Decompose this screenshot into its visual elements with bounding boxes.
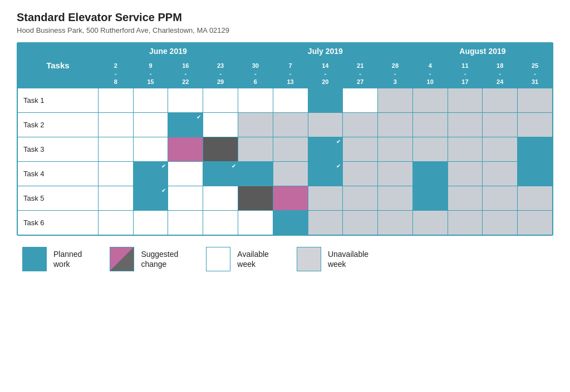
week-header: 2-8 [98,59,133,88]
cell [518,112,553,137]
cell [98,88,133,112]
table-row: Task 3✔ [18,137,553,161]
week-header: 7-13 [273,59,308,88]
task-label-6: Task 6 [18,210,99,235]
legend-box-suggested [110,247,134,271]
cell [238,137,273,161]
cell [378,88,413,112]
cell [238,88,273,112]
legend-label-available: Availableweek [237,249,269,269]
cell [203,210,238,235]
cell [448,112,483,137]
cell [378,112,413,137]
task-label-5: Task 5 [18,186,99,210]
week-header: 18-24 [483,59,518,88]
cell [98,186,133,210]
cell [483,88,518,112]
tasks-header: Tasks [18,43,99,88]
cell: ✔ [308,137,343,161]
cell: ✔ [133,161,168,186]
legend-box-unavailable [297,247,321,271]
cell [273,88,308,112]
cell [343,112,378,137]
week-header: 11-17 [448,59,483,88]
table-row: Task 5✔ [18,186,553,210]
cell [133,112,168,137]
cell [518,210,553,235]
week-header: 25-31 [518,59,553,88]
cell [518,161,553,186]
cell [412,186,448,210]
week-header: 4-10 [412,59,448,88]
task-label-2: Task 2 [18,112,99,137]
cell [343,88,378,112]
cell [168,210,203,235]
cell [98,137,133,161]
cell [378,186,413,210]
cell: ✔ [168,112,203,137]
cell [448,161,483,186]
legend: Plannedwork Suggestedchange Availablewee… [17,247,553,271]
cell [238,161,273,186]
cell [412,137,448,161]
cell [448,88,483,112]
legend-box-available [206,247,230,271]
legend-planned: Plannedwork [22,247,82,271]
week-header: 21-27 [343,59,378,88]
legend-unavailable: Unavailableweek [297,247,368,271]
cell [168,161,203,186]
cell [483,186,518,210]
cell [412,112,448,137]
cell [98,161,133,186]
cell [448,186,483,210]
cell [308,112,343,137]
gantt-chart: Tasks June 2019 July 2019 August 2019 2-… [17,42,553,236]
week-header: 30-6 [238,59,273,88]
cell [133,210,168,235]
cell [133,137,168,161]
cell [518,186,553,210]
task-label-4: Task 4 [18,161,99,186]
cell [308,210,343,235]
cell [518,88,553,112]
cell [343,161,378,186]
cell [378,137,413,161]
cell [483,112,518,137]
week-header: 23-29 [203,59,238,88]
cell [483,210,518,235]
cell [273,137,308,161]
cell [483,161,518,186]
cell [273,161,308,186]
cell: ✔ [308,161,343,186]
cell [273,112,308,137]
legend-label-planned: Plannedwork [53,249,82,269]
cell [168,186,203,210]
month-june: June 2019 [98,43,238,59]
cell [133,88,168,112]
page-subtitle: Hood Business Park, 500 Rutherford Ave, … [17,26,553,34]
cell [448,210,483,235]
cell [308,88,343,112]
month-july: July 2019 [238,43,412,59]
cell [483,137,518,161]
cell [203,186,238,210]
task-label-3: Task 3 [18,137,99,161]
cell [412,88,448,112]
week-header: 28-3 [378,59,413,88]
cell [203,137,238,161]
cell [98,112,133,137]
cell [203,112,238,137]
cell [343,137,378,161]
cell [238,112,273,137]
cell [343,186,378,210]
cell: ✔ [133,186,168,210]
cell [273,210,308,235]
legend-available: Availableweek [206,247,269,271]
week-header: 16-22 [168,59,203,88]
table-row: Task 2✔ [18,112,553,137]
cell [448,137,483,161]
cell [168,137,203,161]
task-label-1: Task 1 [18,88,99,112]
cell: ✔ [203,161,238,186]
cell [203,88,238,112]
